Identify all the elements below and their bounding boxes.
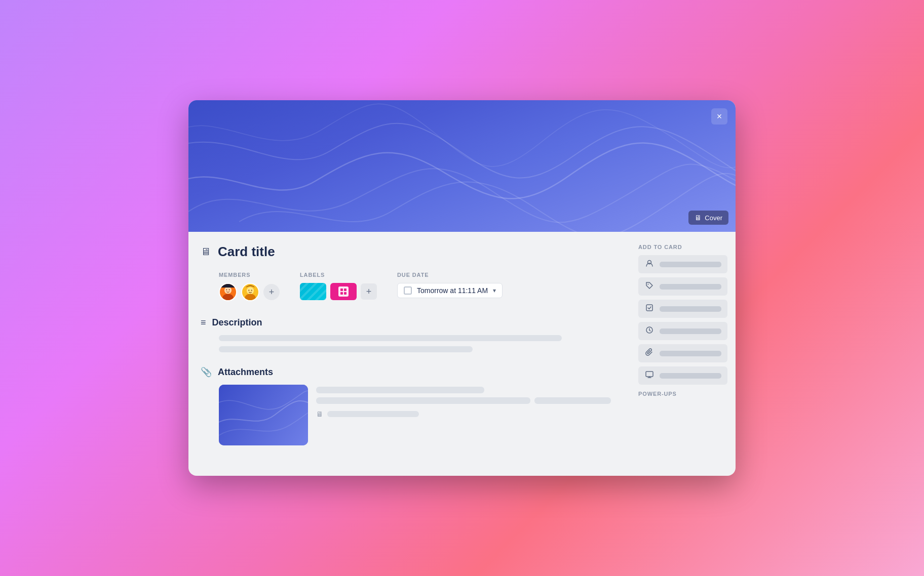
- paperclip-icon: [644, 348, 654, 358]
- sidebar-cover-skeleton: [660, 373, 721, 379]
- svg-rect-14: [344, 292, 346, 295]
- modal-sidebar: ADD TO CARD: [634, 232, 736, 476]
- due-date-checkbox[interactable]: [404, 286, 412, 295]
- description-content: [201, 335, 622, 352]
- attachment-name: [316, 387, 484, 393]
- avatar-1[interactable]: [219, 283, 237, 301]
- svg-point-1: [224, 286, 232, 294]
- attachment-meta-wide: [316, 397, 530, 404]
- attachment-action: 🖥: [316, 410, 622, 418]
- description-header: ≡ Description: [201, 317, 622, 328]
- modal-main: 🖥 Card title MEMBERS: [188, 232, 634, 476]
- add-member-button[interactable]: +: [263, 284, 280, 300]
- labels-group: LABELS: [300, 272, 377, 300]
- sidebar-labels-button[interactable]: [638, 277, 727, 296]
- sidebar-checklist-skeleton: [660, 306, 721, 312]
- svg-rect-15: [219, 385, 308, 445]
- meta-row: MEMBERS: [201, 272, 622, 301]
- card-modal: × 🖥 Cover 🖥 Card title MEMBERS: [188, 100, 736, 476]
- add-label-button[interactable]: +: [361, 283, 377, 300]
- description-section: ≡ Description: [201, 317, 622, 352]
- attachment-icon: 📎: [201, 366, 212, 378]
- clock-icon: [644, 326, 654, 336]
- attachments-header: 📎 Attachments: [201, 366, 622, 378]
- attachment-info: 🖥: [316, 385, 622, 418]
- modal-body: 🖥 Card title MEMBERS: [188, 232, 736, 476]
- card-icon: 🖥: [201, 246, 211, 258]
- due-date-label: DUE DATE: [397, 272, 503, 278]
- members-group: MEMBERS: [219, 272, 280, 301]
- avatar-2[interactable]: [241, 283, 259, 301]
- chevron-down-icon: ▾: [493, 287, 496, 294]
- svg-rect-20: [646, 372, 653, 377]
- members-content: +: [219, 283, 280, 301]
- svg-point-4: [229, 289, 230, 290]
- skeleton-line-2: [219, 346, 473, 352]
- sidebar-dates-button[interactable]: [638, 322, 727, 340]
- card-cover: × 🖥 Cover: [188, 100, 736, 232]
- person-icon: [644, 259, 654, 269]
- monitor-icon: [644, 371, 654, 381]
- attachment-thumbnail[interactable]: [219, 385, 308, 445]
- attachments-title[interactable]: Attachments: [218, 367, 273, 378]
- tag-icon: [644, 281, 654, 292]
- label-2-icon: [338, 286, 349, 297]
- card-title-row: 🖥 Card title: [201, 244, 622, 260]
- label-chip-2[interactable]: [330, 283, 357, 300]
- sidebar-attachment-button[interactable]: [638, 344, 727, 362]
- members-label: MEMBERS: [219, 272, 280, 278]
- sidebar-dates-skeleton: [660, 328, 721, 334]
- attachment-meta-narrow: [534, 397, 611, 404]
- description-icon: ≡: [201, 317, 206, 328]
- power-ups-label: POWER-UPS: [638, 391, 727, 397]
- add-to-card-label: ADD TO CARD: [638, 244, 727, 250]
- due-date-group: DUE DATE Tomorrow at 11:11 AM ▾: [397, 272, 503, 298]
- svg-point-10: [251, 290, 252, 291]
- sidebar-cover-button[interactable]: [638, 366, 727, 385]
- svg-rect-12: [344, 289, 346, 291]
- labels-label: LABELS: [300, 272, 377, 278]
- attachment-meta: [316, 397, 622, 404]
- svg-point-7: [247, 287, 254, 294]
- svg-rect-11: [340, 289, 343, 291]
- svg-rect-18: [646, 305, 652, 311]
- svg-point-9: [248, 290, 249, 291]
- svg-rect-13: [340, 292, 343, 295]
- due-date-content: Tomorrow at 11:11 AM ▾: [397, 283, 503, 298]
- label-chip-1[interactable]: [300, 283, 326, 300]
- attachments-section: 📎 Attachments: [201, 366, 622, 445]
- sidebar-members-skeleton: [660, 262, 721, 267]
- sidebar-members-button[interactable]: [638, 255, 727, 273]
- close-button[interactable]: ×: [711, 108, 727, 125]
- sidebar-labels-skeleton: [660, 284, 721, 290]
- attachment-action-skeleton: [327, 411, 419, 417]
- attachments-content: 🖥: [201, 385, 622, 445]
- sidebar-checklist-button[interactable]: [638, 300, 727, 318]
- svg-point-3: [226, 289, 227, 290]
- svg-point-17: [648, 284, 649, 285]
- sidebar-attachment-skeleton: [660, 351, 721, 356]
- checklist-icon: [644, 304, 654, 314]
- description-title[interactable]: Description: [212, 317, 262, 328]
- cover-button[interactable]: 🖥 Cover: [688, 211, 728, 225]
- due-date-value: Tomorrow at 11:11 AM: [417, 286, 488, 295]
- labels-content: +: [300, 283, 377, 300]
- attachment-monitor-icon: 🖥: [316, 410, 323, 418]
- card-title[interactable]: Card title: [218, 244, 275, 260]
- monitor-icon: 🖥: [695, 214, 702, 222]
- due-date-button[interactable]: Tomorrow at 11:11 AM ▾: [397, 283, 503, 298]
- skeleton-line-1: [219, 335, 562, 341]
